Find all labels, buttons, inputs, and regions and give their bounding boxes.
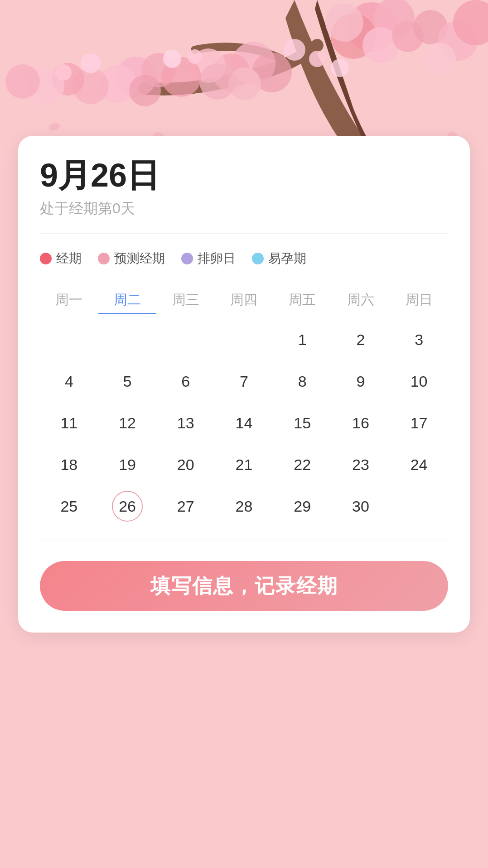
weekday-周二: 周二 <box>98 287 157 314</box>
calendar-day-13[interactable]: 13 <box>156 405 215 441</box>
weekday-周三: 周三 <box>156 287 215 314</box>
legend-item-period: 经期 <box>40 250 82 267</box>
svg-point-16 <box>199 63 236 100</box>
calendar-day-17[interactable]: 17 <box>390 405 448 441</box>
calendar-day-15[interactable]: 15 <box>273 405 332 441</box>
legend-label-ovulation: 排卵日 <box>198 250 236 267</box>
calendar-day-11[interactable]: 11 <box>40 405 98 441</box>
day-number: 17 <box>404 408 435 438</box>
day-number: 18 <box>53 449 84 480</box>
day-number: 10 <box>404 366 435 397</box>
day-number: 16 <box>345 408 376 438</box>
legend-dot-period <box>40 253 52 264</box>
day-number: 21 <box>228 449 259 480</box>
svg-point-29 <box>188 49 202 64</box>
calendar-day-8[interactable]: 8 <box>273 363 332 399</box>
calendar-empty <box>98 321 157 358</box>
day-number: 8 <box>287 366 318 397</box>
calendar-day-22[interactable]: 22 <box>273 446 332 483</box>
day-number: 5 <box>112 366 143 397</box>
legend-dot-ovulation <box>181 253 193 264</box>
calendar-day-20[interactable]: 20 <box>156 446 215 483</box>
bottom-divider <box>40 541 448 541</box>
calendar-day-9[interactable]: 9 <box>332 363 390 399</box>
day-number: 4 <box>53 366 84 397</box>
calendar-day-21[interactable]: 21 <box>215 446 273 483</box>
day-number: 28 <box>228 491 259 522</box>
calendar-day-16[interactable]: 16 <box>332 405 390 441</box>
calendar-day-27[interactable]: 27 <box>156 488 215 524</box>
day-number: 15 <box>287 408 318 438</box>
svg-point-28 <box>163 50 181 68</box>
calendar-day-3[interactable]: 3 <box>390 321 448 358</box>
svg-point-26 <box>81 53 101 73</box>
day-number: 27 <box>170 491 201 522</box>
calendar-day-28[interactable]: 28 <box>215 488 273 524</box>
calendar-day-4[interactable]: 4 <box>40 363 98 399</box>
svg-point-6 <box>325 4 363 42</box>
legend-item-fertile: 易孕期 <box>252 250 306 267</box>
weekday-周日: 周日 <box>390 287 448 314</box>
calendar-day-14[interactable]: 14 <box>215 405 273 441</box>
svg-point-20 <box>129 75 161 106</box>
day-number: 12 <box>112 408 143 438</box>
top-divider <box>40 233 448 234</box>
svg-point-31 <box>309 51 325 67</box>
calendar-day-2[interactable]: 2 <box>332 321 390 358</box>
svg-point-32 <box>331 59 349 77</box>
legend-label-fertile: 易孕期 <box>268 250 306 267</box>
calendar-day-29[interactable]: 29 <box>273 488 332 524</box>
svg-point-30 <box>284 39 305 61</box>
legend-dot-fertile <box>252 253 264 264</box>
svg-point-27 <box>55 64 72 81</box>
day-number: 24 <box>404 449 435 480</box>
calendar-day-19[interactable]: 19 <box>98 446 157 483</box>
weekday-周四: 周四 <box>215 287 273 314</box>
legend-item-predicted: 预测经期 <box>98 250 165 267</box>
svg-point-9 <box>423 43 456 75</box>
svg-point-24 <box>5 64 40 99</box>
calendar-day-25[interactable]: 25 <box>40 488 98 524</box>
calendar-day-12[interactable]: 12 <box>98 405 157 441</box>
day-number: 19 <box>112 449 143 480</box>
day-number: 1 <box>287 324 318 355</box>
day-number: 7 <box>228 366 259 397</box>
day-number: 29 <box>287 491 318 522</box>
calendar-day-23[interactable]: 23 <box>332 446 390 483</box>
day-number: 22 <box>287 449 318 480</box>
day-number: 6 <box>170 366 201 397</box>
day-number: 13 <box>170 408 201 438</box>
weekday-周五: 周五 <box>273 287 332 314</box>
day-number: 2 <box>345 324 376 355</box>
calendar-grid: 1234567891011121314151617181920212223242… <box>40 321 448 524</box>
calendar-day-10[interactable]: 10 <box>390 363 448 399</box>
weekday-周六: 周六 <box>332 287 390 314</box>
weekday-周一: 周一 <box>40 287 98 314</box>
calendar-empty <box>390 488 448 524</box>
day-number: 3 <box>404 324 435 355</box>
record-period-button[interactable]: 填写信息，记录经期 <box>40 561 448 611</box>
calendar-empty <box>156 321 215 358</box>
legend: 经期 预测经期 排卵日 易孕期 <box>40 250 448 267</box>
day-number: 14 <box>228 408 259 438</box>
calendar-empty <box>40 321 98 358</box>
calendar-day-6[interactable]: 6 <box>156 363 215 399</box>
calendar-day-18[interactable]: 18 <box>40 446 98 483</box>
weekdays-row: 周一周二周三周四周五周六周日 <box>40 287 448 314</box>
day-number: 20 <box>170 449 201 480</box>
calendar-day-5[interactable]: 5 <box>98 363 157 399</box>
calendar-day-26[interactable]: 26 <box>98 488 157 524</box>
legend-label-period: 经期 <box>56 250 82 267</box>
legend-dot-predicted <box>98 253 110 264</box>
calendar-day-24[interactable]: 24 <box>390 446 448 483</box>
calendar: 周一周二周三周四周五周六周日 1234567891011121314151617… <box>40 287 448 524</box>
day-number: 23 <box>345 449 376 480</box>
calendar-day-1[interactable]: 1 <box>273 321 332 358</box>
day-number: 26 <box>112 491 143 522</box>
legend-item-ovulation: 排卵日 <box>181 250 236 267</box>
calendar-day-7[interactable]: 7 <box>215 363 273 399</box>
legend-label-predicted: 预测经期 <box>114 250 165 267</box>
calendar-empty <box>215 321 273 358</box>
day-number: 25 <box>53 491 84 522</box>
calendar-day-30[interactable]: 30 <box>332 488 390 524</box>
